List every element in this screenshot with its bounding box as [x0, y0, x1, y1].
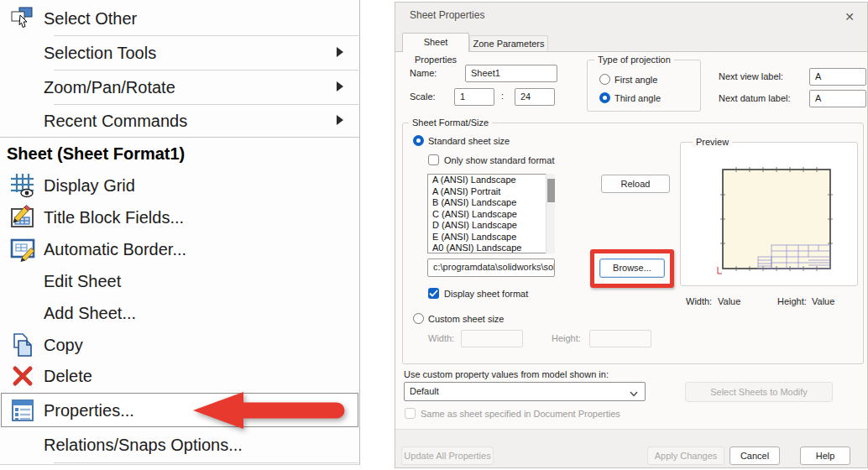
- display-sheet-format-checkbox[interactable]: [428, 288, 439, 299]
- submenu-arrow-icon: [337, 45, 343, 60]
- menu-item-recent-commands[interactable]: Recent Commands: [0, 106, 358, 136]
- menu-item-relations-snaps-options[interactable]: Relations/Snaps Options...: [0, 430, 358, 460]
- standard-sheet-size-radio[interactable]: [413, 135, 424, 146]
- name-label: Name:: [410, 68, 437, 78]
- cancel-button[interactable]: Cancel: [729, 446, 780, 465]
- display-grid-icon: [8, 172, 37, 199]
- first-angle-label[interactable]: First angle: [614, 75, 657, 85]
- automatic-border-icon: [8, 236, 37, 263]
- first-angle-radio[interactable]: [599, 74, 610, 85]
- display-sheet-format-label[interactable]: Display sheet format: [444, 289, 528, 299]
- menu-item-label: Properties...: [44, 401, 134, 420]
- menu-item-automatic-border[interactable]: Automatic Border...: [0, 234, 358, 264]
- only-show-standard-label[interactable]: Only show standard format: [444, 155, 554, 165]
- sheet-properties-dialog: Sheet Properties ✕ Sheet Properties Zone…: [395, 2, 868, 468]
- title-block-fields-icon: [8, 204, 37, 231]
- list-item[interactable]: D (ANSI) Landscape: [428, 220, 554, 232]
- tab-zone-parameters[interactable]: Zone Parameters: [469, 35, 548, 52]
- list-item[interactable]: A (ANSI) Portrait: [428, 186, 554, 198]
- menu-separator: [54, 104, 358, 105]
- next-datum-input[interactable]: A: [809, 90, 866, 107]
- menu-item-label: Select Other: [44, 9, 137, 29]
- custom-height-label: Height:: [552, 333, 581, 343]
- apply-changes-button[interactable]: Apply Changes: [647, 446, 724, 465]
- menu-item-label: Automatic Border...: [44, 240, 186, 259]
- scale-colon: :: [501, 91, 504, 101]
- same-as-sheet-label: Same as sheet specified in Document Prop…: [421, 409, 620, 419]
- third-angle-radio[interactable]: [599, 92, 610, 103]
- menu-item-delete[interactable]: Delete: [0, 362, 358, 390]
- standard-sheet-size-label[interactable]: Standard sheet size: [428, 136, 510, 146]
- reload-button[interactable]: Reload: [601, 175, 670, 193]
- menu-item-add-sheet[interactable]: Add Sheet...: [0, 298, 358, 328]
- scale-denominator-input[interactable]: 24: [515, 88, 555, 106]
- list-item[interactable]: E (ANSI) Landscape: [428, 232, 554, 243]
- custom-property-dropdown[interactable]: Default: [404, 382, 646, 401]
- next-datum-label: Next datum label:: [719, 93, 791, 103]
- menu-item-label: Display Grid: [44, 176, 135, 196]
- list-item[interactable]: C (ANSI) Landscape: [428, 209, 554, 221]
- sheet-format-list[interactable]: A (ANSI) LandscapeA (ANSI) PortraitB (AN…: [427, 174, 555, 253]
- list-item[interactable]: A0 (ANSI) Landscape: [428, 243, 554, 253]
- projection-group: Type of projection First angle Third ang…: [587, 60, 701, 112]
- sheet-format-legend: Sheet Format/Size: [409, 118, 492, 128]
- next-view-label: Next view label:: [719, 71, 783, 81]
- menu-item-select-other[interactable]: Select Other: [0, 3, 358, 34]
- properties-icon: [8, 397, 37, 424]
- scale-numerator-input[interactable]: 1: [454, 88, 494, 106]
- copy-icon: [8, 332, 37, 358]
- only-show-standard-checkbox[interactable]: [428, 154, 439, 165]
- menu-item-edit-sheet[interactable]: Edit Sheet: [0, 266, 358, 296]
- menu-item-selection-tools[interactable]: Selection Tools: [0, 37, 358, 69]
- scrollbar-thumb[interactable]: [547, 179, 555, 202]
- list-scrollbar[interactable]: [546, 174, 555, 253]
- custom-width-input[interactable]: [461, 330, 523, 347]
- list-item[interactable]: B (ANSI) Landscape: [428, 197, 554, 209]
- menu-separator: [54, 35, 358, 36]
- custom-sheet-size-label[interactable]: Custom sheet size: [428, 314, 504, 324]
- menu-item-label: Copy: [44, 336, 83, 355]
- submenu-arrow-icon: [337, 113, 343, 128]
- help-button[interactable]: Help: [800, 446, 850, 465]
- menu-item-title-block-fields[interactable]: Title Block Fields...: [0, 202, 358, 232]
- browse-button[interactable]: Browse...: [599, 258, 665, 278]
- preview-height-label: Height:: [777, 296, 807, 306]
- preview-height-value: Value: [812, 296, 834, 306]
- update-all-properties-button[interactable]: Update All Properties: [401, 446, 494, 465]
- select-sheets-to-modify-button[interactable]: Select Sheets to Modify: [685, 382, 833, 402]
- submenu-arrow-icon: [337, 80, 343, 95]
- menu-item-label: Title Block Fields...: [44, 208, 184, 227]
- select-other-icon: [8, 5, 37, 32]
- sheet-format-path-input[interactable]: c:\programdata\solidworks\solid: [427, 258, 555, 277]
- menu-item-label: Edit Sheet: [44, 272, 121, 291]
- dialog-footer: Update All Properties Apply Changes Canc…: [395, 429, 867, 467]
- delete-icon: [8, 363, 37, 389]
- screenshot-root: Select Other Selection Tools Zoom/Pan/Ro…: [0, 0, 868, 470]
- custom-sheet-size-radio[interactable]: [413, 313, 424, 324]
- custom-width-label: Width:: [428, 333, 454, 343]
- menu-item-label: Delete: [44, 367, 92, 386]
- third-angle-label[interactable]: Third angle: [614, 93, 661, 103]
- list-item[interactable]: A (ANSI) Landscape: [428, 175, 554, 186]
- custom-height-input[interactable]: [589, 330, 651, 347]
- menu-section-header-sheet: Sheet (Sheet Format1): [0, 139, 358, 168]
- menu-item-label: Selection Tools: [44, 44, 156, 63]
- sheet-format-group: Sheet Format/Size Standard sheet size On…: [402, 123, 864, 364]
- preview-group: Preview: [680, 142, 858, 286]
- menu-section-title: Sheet (Sheet Format1): [7, 144, 185, 164]
- name-input[interactable]: Sheet1: [465, 65, 557, 82]
- same-as-sheet-checkbox[interactable]: [405, 408, 416, 419]
- menu-item-label: Zoom/Pan/Rotate: [44, 78, 175, 97]
- preview-width-label: Width:: [686, 296, 712, 306]
- next-view-input[interactable]: A: [809, 68, 866, 86]
- menu-item-copy[interactable]: Copy: [0, 331, 358, 359]
- close-icon[interactable]: ✕: [840, 8, 859, 26]
- dropdown-value: Default: [410, 386, 439, 396]
- menu-item-zoom-pan-rotate[interactable]: Zoom/Pan/Rotate: [0, 71, 358, 103]
- sheet-preview-image: [681, 143, 857, 284]
- projection-legend: Type of projection: [594, 55, 674, 65]
- menu-item-display-grid[interactable]: Display Grid: [0, 170, 358, 201]
- tab-sheet-properties[interactable]: Sheet Properties: [402, 33, 469, 52]
- use-custom-property-label: Use custom property values from model sh…: [404, 369, 609, 379]
- menu-item-label: Recent Commands: [44, 112, 187, 131]
